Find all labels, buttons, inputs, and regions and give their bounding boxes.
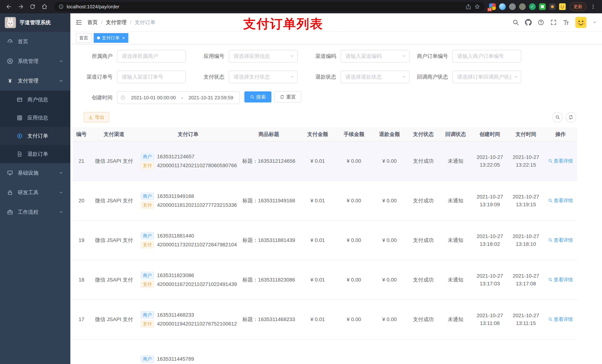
extension-colorful-icon[interactable]: 10 <box>489 3 496 10</box>
merchant-order-no-input[interactable] <box>452 50 521 62</box>
extension-olive-icon[interactable] <box>519 3 526 10</box>
pay-status-select[interactable] <box>229 71 298 83</box>
table-grid-icon <box>17 115 22 121</box>
bookmark-star-icon[interactable] <box>474 4 480 10</box>
tab-pay-order[interactable]: 支付订单 × <box>94 33 128 43</box>
view-detail-link[interactable]: 查看详情 <box>548 237 573 243</box>
date-start-value[interactable]: 2021-10-01 00:00:00 <box>128 95 179 101</box>
browser-reload-button[interactable] <box>27 1 38 12</box>
app-select[interactable] <box>229 50 298 62</box>
date-range-separator: - <box>182 95 183 101</box>
cell-amount: ¥ 0.01 <box>299 260 336 300</box>
tab-home[interactable]: 首页 <box>76 33 91 43</box>
extension-gray-icon[interactable] <box>509 3 516 10</box>
refresh-table-button[interactable] <box>566 112 576 123</box>
sidebar-item-devtools[interactable]: 研发工具 <box>0 183 70 202</box>
user-avatar[interactable] <box>575 17 586 28</box>
channel-code-select[interactable] <box>341 50 409 62</box>
breadcrumb-payment[interactable]: 支付管理 <box>106 19 127 26</box>
filter-label: 应用编号 <box>188 53 229 60</box>
date-end-value[interactable]: 2021-10-31 23:59:59 <box>185 95 236 101</box>
cell-refund: ¥ 0.00 <box>372 260 407 300</box>
bank-card-icon <box>17 97 22 103</box>
cell-notify: 未通知 <box>440 141 472 181</box>
extension-check-icon[interactable]: ✓ <box>529 3 536 10</box>
help-icon[interactable] <box>538 19 544 26</box>
cell-pay-order: 商户1635311881440 支付4200001173202110272847… <box>138 220 238 260</box>
toggle-search-button[interactable] <box>552 112 563 123</box>
cell-notify: 未通知 <box>440 181 472 220</box>
merchant-tag: 商户 <box>141 193 154 200</box>
sidebar-item-pay-order[interactable]: 支付订单 <box>0 127 70 145</box>
view-detail-link[interactable]: 查看详情 <box>548 277 573 283</box>
sidebar-item-home[interactable]: 首页 <box>0 32 70 52</box>
cell-actions: 查看详情 <box>544 300 577 339</box>
breadcrumb-home[interactable]: 首页 <box>87 19 98 26</box>
browser-update-button[interactable]: 更新 <box>570 2 586 11</box>
channel-order-no-input[interactable] <box>117 71 186 83</box>
url-text[interactable]: localhost:1024/pay/order <box>67 4 462 10</box>
merchant-select[interactable] <box>117 50 186 62</box>
breadcrumb: 首页 / 支付管理 / 支付订单 <box>87 19 155 26</box>
extension-chat-icon[interactable] <box>539 3 546 10</box>
browser-menu-icon[interactable] <box>588 1 598 12</box>
page-content: 所属商户 应用编号 渠道编码 商户订单编号 <box>70 44 602 364</box>
cell-status: 支付成功 <box>407 260 440 300</box>
orders-table: 编号 支付渠道 支付订单 商品标题 支付金额 手续金额 退款金额 支付状态 回调… <box>73 127 577 364</box>
col-fee-amount: 手续金额 <box>336 127 372 141</box>
sidebar: 芋道管理系统 首页 系统管理 ¥ 支付管理 商户信息 <box>0 13 70 364</box>
refund-status-select[interactable] <box>341 71 409 83</box>
fullscreen-icon[interactable] <box>550 19 557 26</box>
extension-pin-icon[interactable] <box>549 3 556 10</box>
view-detail-link[interactable]: 查看详情 <box>548 197 573 204</box>
view-detail-link[interactable]: 查看详情 <box>548 158 573 164</box>
sidebar-item-workflow[interactable]: 工作流程 <box>0 202 70 222</box>
cell-channel <box>90 339 138 364</box>
col-actions: 操作 <box>544 127 577 141</box>
sidebar-item-system[interactable]: 系统管理 <box>0 52 70 71</box>
browser-back-button[interactable] <box>4 1 14 12</box>
browser-home-button[interactable] <box>39 1 50 12</box>
reset-button[interactable]: 重置 <box>274 91 301 103</box>
share-icon[interactable] <box>465 4 471 10</box>
github-icon[interactable] <box>525 19 532 26</box>
cell-pay-time: 2021-10-2713:18:10 <box>508 220 544 260</box>
sidebar-item-refund-order[interactable]: 退款订单 <box>0 145 70 163</box>
sidebar-item-payment[interactable]: ¥ 支付管理 <box>0 71 70 91</box>
search-icon[interactable] <box>512 19 519 26</box>
cell-refund: ¥ 0.00 <box>372 141 407 181</box>
cell-actions: 查看详情 <box>544 260 577 300</box>
site-info-icon[interactable] <box>58 4 64 9</box>
close-icon[interactable]: × <box>122 35 125 40</box>
notify-status-select[interactable] <box>452 71 521 83</box>
sidebar-toggle-icon[interactable] <box>75 19 82 26</box>
filter-notify-status: 回调商户状态 <box>412 71 521 83</box>
filter-label: 退款状态 <box>300 73 341 81</box>
filter-pay-status: 支付状态 <box>188 71 298 83</box>
address-bar[interactable]: localhost:1024/pay/order <box>54 2 485 11</box>
col-pay-channel: 支付渠道 <box>90 127 138 141</box>
browser-chrome: localhost:1024/pay/order 10 ✓ 更新 <box>0 0 602 13</box>
filter-label: 渠道订单号 <box>76 73 117 81</box>
col-pay-time: 支付时间 <box>508 127 544 141</box>
extension-drop-icon[interactable] <box>499 3 506 10</box>
view-detail-link[interactable]: 查看详情 <box>548 316 573 322</box>
sidebar-item-infra[interactable]: 基础设施 <box>0 163 70 183</box>
pay-tag: 支付 <box>141 281 154 288</box>
chevron-down-icon <box>59 59 63 63</box>
search-button[interactable]: 搜索 <box>244 91 271 103</box>
merchant-tag: 商户 <box>141 311 154 319</box>
sidebar-item-merchant-info[interactable]: 商户信息 <box>0 91 70 109</box>
export-button[interactable]: 导出 <box>84 112 109 123</box>
sidebar-item-app-info[interactable]: 应用信息 <box>0 109 70 127</box>
extension-emoji-icon[interactable] <box>559 3 566 10</box>
cell-refund: ¥ 0.00 <box>372 300 407 339</box>
cell-actions: 查看详情 <box>544 220 577 260</box>
browser-forward-button[interactable] <box>16 1 26 12</box>
cell-id: 18 <box>73 260 90 300</box>
col-notify-status: 回调状态 <box>440 127 472 141</box>
create-time-range-picker[interactable]: 2021-10-01 00:00:00 - 2021-10-31 23:59:5… <box>117 91 240 104</box>
cell-title: 标题：1635311881439 <box>238 220 299 260</box>
font-size-icon[interactable] <box>563 19 570 26</box>
avatar-caret-icon[interactable] <box>592 20 597 25</box>
